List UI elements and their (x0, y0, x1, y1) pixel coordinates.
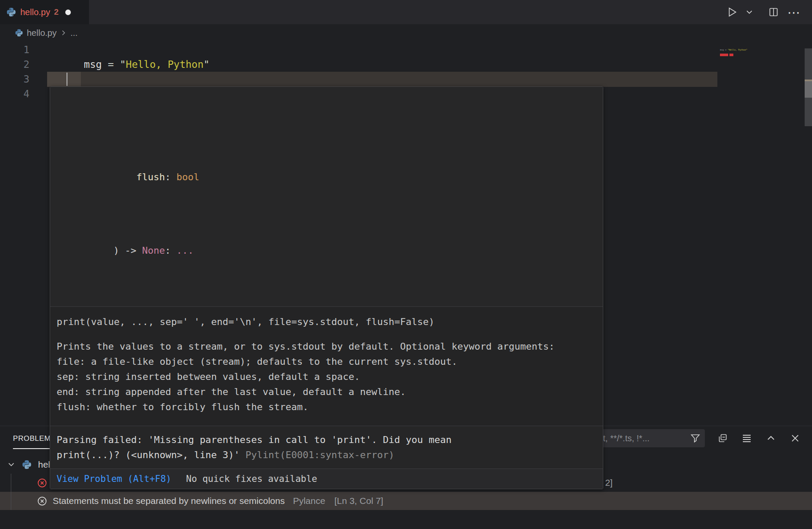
print-docstring: Prints the values to a stream, or to sys… (57, 339, 596, 414)
scrollbar-thumb[interactable] (805, 81, 812, 98)
error-circle-x-icon (37, 496, 47, 506)
minimap[interactable]: msg = "Hello, Python" (720, 48, 776, 51)
unsaved-changes-dot-icon[interactable] (65, 10, 71, 15)
line-number-4: 4 (0, 86, 29, 101)
hover-param-line: flush: bool (56, 155, 597, 199)
breadcrumb: hello.py ... (0, 24, 812, 41)
line-number-1: 1 (0, 42, 29, 57)
token-operator: = (102, 59, 120, 70)
token-quote: " (120, 59, 126, 70)
token-variable: msg (84, 59, 102, 70)
text-cursor (67, 73, 67, 86)
tab-filename: hello.py (20, 7, 50, 17)
problem-message: Statements must be separated by newlines… (53, 496, 285, 506)
minimap-line-1: msg = "Hello, Python" (720, 48, 776, 51)
hover-clipped-line: file: _SupportsWriteAndFlush[str] | None… (56, 119, 597, 126)
chevron-down-icon[interactable] (7, 460, 16, 469)
token-string: Hello, Python (126, 59, 204, 70)
line-number-2: 2 (0, 57, 29, 72)
maximize-panel-chevron-up-icon[interactable] (764, 432, 777, 445)
line-number-3: 3 (0, 72, 29, 86)
hover-return-line: ) -> None: ... (56, 229, 597, 273)
split-editor-button[interactable] (767, 6, 780, 19)
tab-problem-count: 2 (54, 7, 59, 17)
hover-tooltip: file: _SupportsWriteAndFlush[str] | None… (50, 86, 603, 489)
editor-actions: ⋯ (726, 0, 812, 24)
minimap-error-mark (729, 54, 733, 56)
print-signature-text: print(value, ..., sep=' ', end='\n', fil… (57, 315, 596, 329)
diagnostic-source: Pylint(E0001:syntax-error) (245, 449, 394, 460)
minimap-error-mark (720, 54, 728, 56)
breadcrumb-file[interactable]: hello.py (27, 28, 57, 38)
problem-source: Pylance (293, 496, 325, 506)
hover-diagnostic: Parsing failed: 'Missing parentheses in … (50, 426, 603, 468)
python-file-icon (6, 7, 16, 17)
filter-funnel-icon[interactable] (690, 433, 701, 443)
code-editor[interactable]: 1 2 3 4 msg = "Hello, Python" print msg … (0, 41, 812, 426)
problem-row-selected[interactable]: Statements must be separated by newlines… (0, 492, 812, 510)
python-file-icon (22, 459, 32, 470)
view-as-table-icon[interactable] (740, 432, 753, 445)
no-quick-fixes-label: No quick fixes available (186, 474, 317, 484)
hover-status-bar: View Problem (Alt+F8) No quick fixes ava… (50, 469, 603, 489)
chevron-right-icon (60, 29, 67, 36)
hover-docs: print(value, ..., sep=' ', end='\n', fil… (50, 307, 603, 426)
hover-signature-code: file: _SupportsWriteAndFlush[str] | None… (50, 87, 603, 306)
python-file-icon (15, 29, 23, 37)
editor-scrollbar[interactable] (805, 48, 812, 126)
run-dropdown-chevron-icon[interactable] (743, 6, 756, 19)
token-quote: " (204, 59, 210, 70)
problem-position: [Ln 3, Col 7] (334, 496, 383, 506)
tab-hello-py[interactable]: hello.py 2 (0, 0, 89, 24)
error-circle-x-icon (37, 478, 47, 488)
editor-tab-bar: hello.py 2 ⋯ (0, 0, 812, 24)
collapse-all-icon[interactable] (716, 432, 729, 445)
more-actions-button[interactable]: ⋯ (788, 6, 801, 19)
close-panel-icon[interactable] (789, 432, 802, 445)
view-problem-link[interactable]: View Problem (Alt+F8) (57, 474, 172, 484)
vscode-window: hello.py 2 ⋯ hello.py (0, 0, 812, 529)
run-python-file-button[interactable] (726, 6, 739, 19)
tree-indent-guide (11, 474, 11, 510)
breadcrumb-symbol[interactable]: ... (70, 28, 78, 38)
